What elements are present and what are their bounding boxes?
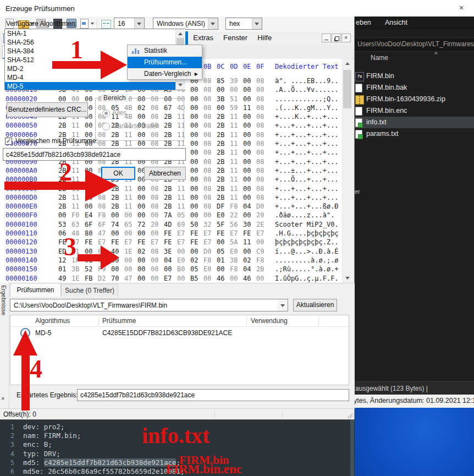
algorithm-item-sha-1[interactable]: SHA-1	[5, 29, 185, 38]
hex-byte: 05	[177, 211, 190, 220]
hex-byte: 08	[203, 85, 217, 94]
hex-byte: 2B	[217, 157, 230, 166]
column-verwendung[interactable]: Verwendung	[251, 317, 288, 325]
hex-byte: E7	[203, 229, 217, 238]
column-algorithmus[interactable]: Algorithmus	[35, 317, 70, 325]
scroll-down-icon[interactable]	[178, 84, 183, 86]
bytes-per-row-icon[interactable]	[101, 20, 111, 29]
algorithm-item-md-5[interactable]: MD-5	[5, 82, 185, 90]
radio-alles[interactable]	[102, 110, 110, 117]
hex-row[interactable]: 00000150013B52F90000000000B005E000F8042B…	[0, 265, 342, 273]
dialog-titlebar[interactable]: Erzeuge Prüfsummen ×	[0, 0, 474, 17]
menubar-item-fenster[interactable]: Fenster	[218, 31, 252, 45]
hex-byte: 08	[203, 139, 217, 148]
hex-byte: 04	[243, 265, 256, 273]
hex-byte: 00	[243, 148, 256, 157]
annotation-info-txt: info.txt	[142, 423, 210, 448]
refresh-button[interactable]: Aktualisieren	[293, 299, 337, 311]
disk-image-icon[interactable]	[80, 19, 89, 29]
hex-byte: 00	[190, 139, 203, 148]
mdi-minimize-button[interactable]	[322, 34, 331, 42]
column-pruefsumme[interactable]: Prüfsumme	[102, 317, 136, 325]
file-row[interactable]: FIRM.bin.bak	[352, 82, 474, 94]
hex-byte: E0	[203, 265, 217, 273]
hex-scrollbar[interactable]	[342, 59, 352, 283]
tab-pruefsummen[interactable]: Prüfsummen	[10, 283, 61, 297]
disk-image-dropdown-icon[interactable]	[91, 23, 94, 25]
hex-byte: 08	[203, 184, 217, 193]
hex-row[interactable]: 000001100648804700000000FEE7FEE7FEE7FEE7…	[0, 229, 342, 238]
hex-byte: 00	[256, 274, 269, 283]
menu-item-statistik[interactable]: Statistik	[128, 45, 202, 57]
file-row[interactable]: params.txt	[352, 128, 474, 140]
hex-row[interactable]: 000000E02B1100082B1100082B110008DFF804D0…	[0, 202, 342, 211]
annotation-arrowhead-2	[85, 169, 117, 201]
hex-byte: 00	[151, 229, 164, 238]
resize-grip[interactable]	[347, 413, 352, 418]
statistics-icon	[132, 48, 140, 54]
menubar-item-extras[interactable]: Extras	[188, 31, 218, 45]
hex-byte: 63	[71, 220, 85, 229]
encoding-select[interactable]: Windows (ANSI)	[153, 18, 218, 30]
dialog-close-button[interactable]: ×	[449, 0, 474, 16]
hex-byte: 00	[243, 139, 256, 148]
menubar-item-hilfe[interactable]: Hilfe	[252, 31, 277, 45]
explorer-address-bar[interactable]: Users\VooDoo\Desktop\VLT_Firmwares	[354, 37, 474, 52]
hex-byte: 08	[256, 148, 269, 157]
checksum-table-row[interactable]: ✓ MD-5 C4285E15DDF7B821D63CB938DE921ACE	[10, 327, 349, 338]
hex-byte: 04	[164, 256, 177, 265]
file-row[interactable]: info.txt	[352, 117, 474, 128]
file-row[interactable]: 7zFIRM.bin	[352, 70, 474, 82]
menu-item-daten-vergleich[interactable]: Daten-Vergleich ▶	[128, 68, 202, 80]
hex-offset: 000000E0	[5, 202, 58, 211]
hex-byte: 00	[243, 112, 256, 121]
radio-markierte-daten[interactable]	[102, 123, 110, 130]
ribbon-tab-freigeben[interactable]: eben	[356, 19, 371, 26]
ribbon-tab-ansicht[interactable]: Ansicht	[385, 19, 407, 26]
hex-offset: 00000110	[5, 229, 58, 238]
expected-result-input[interactable]: c4285e15ddf7b821d63cb938de921ace	[77, 389, 349, 401]
hex-byte: 2B	[164, 193, 177, 202]
status-separator	[282, 410, 283, 419]
sort-caret-icon[interactable]: ^	[434, 51, 438, 58]
hex-byte: 2B	[58, 193, 71, 202]
compare-checkbox[interactable]: ✓	[5, 138, 12, 145]
column-header-name[interactable]: Name	[371, 54, 388, 62]
mdi-close-button[interactable]: ×	[341, 34, 351, 42]
hex-decoded: I.ûÒpG..ç.µ.F.F.	[275, 274, 339, 283]
hex-row[interactable]: 000000F000F0E4F8000000007A050000E0220020…	[0, 211, 342, 220]
hex-row[interactable]: 00000160491EFBD270470000E700B50046004600…	[0, 274, 342, 283]
hex-byte: F8	[203, 256, 217, 265]
hex-offset: 00000160	[5, 274, 58, 283]
tab-suche[interactable]: Suche (0 Treffer)	[61, 284, 118, 297]
file-row[interactable]: FIRM.bin.enc	[352, 105, 474, 117]
scrollbar-thumb[interactable]	[343, 70, 351, 108]
hex-byte: D0	[203, 247, 217, 256]
compare-checksum-input[interactable]: c4285e15ddf7b821d63cb938de921ace	[3, 148, 186, 161]
menu-item-pruefsummen[interactable]: Prüfsummen...	[128, 57, 202, 68]
hex-byte: 00	[177, 274, 190, 283]
file-row[interactable]: FIRM.bin-1630439936.zip	[352, 94, 474, 105]
offset-base-select[interactable]: hex	[225, 18, 262, 30]
scroll-up-icon[interactable]	[345, 62, 350, 65]
editor-scrollbar[interactable]	[350, 420, 354, 476]
hex-row[interactable]: 00000120FEE7FEE7FEE7FEE7FEE7FEE7005A1100…	[0, 238, 342, 247]
hex-decoded: +....K..+...+...	[275, 112, 339, 121]
hex-byte: 00	[243, 211, 256, 220]
hex-decoded: .........à.ø.;.ø	[275, 256, 339, 265]
cancel-button[interactable]: Abbrechen	[144, 167, 186, 180]
mdi-restore-button[interactable]	[332, 34, 341, 42]
hex-row[interactable]: 00000140121F08000000000004E002F8013B02F8…	[0, 256, 342, 265]
encoding-value: Windows (ANSI)	[157, 20, 205, 28]
hex-row[interactable]: 000000D02B1100082B1100082B1100082B110008…	[0, 193, 342, 202]
bytes-per-row-select[interactable]: 16	[114, 18, 145, 30]
hex-row[interactable]: 00000130ED110008401E02083E0000D005E000C9…	[0, 247, 342, 256]
scroll-up-icon[interactable]	[178, 32, 183, 35]
checksum-path-select[interactable]: C:\Users\VooDoo\Desktop\VLT_Firmwares\FI…	[10, 299, 288, 311]
custom-crc-button[interactable]: Benutzerdefiniertes CRC...	[7, 102, 88, 117]
hex-col-header: 0D	[230, 62, 243, 71]
hex-byte: 00	[243, 85, 256, 94]
hex-row[interactable]: 0000010053636F6F746572204D6950325F56302E…	[0, 220, 342, 229]
checksum-table[interactable]: Algorithmus Prüfsumme Verwendung ✓ MD-5 …	[10, 315, 349, 385]
scroll-down-icon[interactable]	[345, 277, 350, 280]
